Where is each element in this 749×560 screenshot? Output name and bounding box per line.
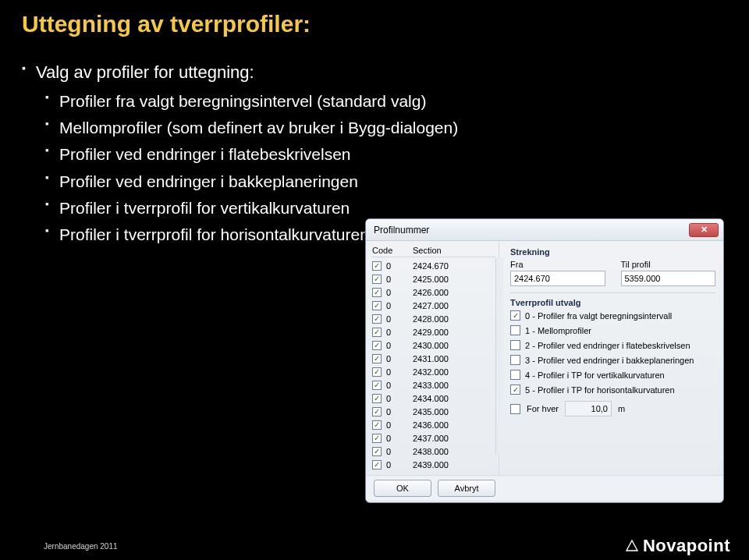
row-checkbox[interactable]: ✓	[372, 261, 382, 271]
row-checkbox[interactable]: ✓	[372, 328, 382, 337]
row-checkbox[interactable]: ✓	[372, 447, 382, 456]
option-label: 0 - Profiler fra valgt beregningsinterva…	[525, 311, 672, 321]
row-checkbox[interactable]: ✓	[372, 288, 382, 297]
option-checkbox[interactable]	[510, 370, 520, 380]
row-code: 0	[386, 328, 413, 337]
row-checkbox[interactable]: ✓	[372, 434, 382, 443]
row-code: 0	[386, 275, 413, 284]
col-code[interactable]: Code	[372, 246, 413, 255]
row-section: 2437.000	[413, 434, 495, 443]
forhver-input[interactable]	[565, 401, 612, 416]
scrollbar[interactable]	[495, 258, 503, 455]
table-row[interactable]: ✓02435.000	[372, 405, 495, 418]
profile-list-panel: Code Section ✓02424.670✓02425.000✓02426.…	[366, 241, 499, 475]
row-section: 2426.000	[413, 288, 495, 297]
table-row[interactable]: ✓02436.000	[372, 418, 495, 431]
option-checkbox[interactable]	[510, 355, 520, 365]
row-checkbox[interactable]: ✓	[372, 420, 382, 430]
option-label: 1 - Mellomprofiler	[525, 326, 591, 335]
row-section: 2429.000	[413, 328, 495, 337]
row-code: 0	[386, 381, 413, 390]
table-row[interactable]: ✓02439.000	[372, 458, 495, 471]
table-row[interactable]: ✓02433.000	[372, 378, 495, 392]
option-checkbox[interactable]: ✓	[510, 310, 520, 321]
close-icon: ✕	[701, 225, 708, 235]
row-code: 0	[386, 301, 413, 310]
table-row[interactable]: ✓02428.000	[372, 312, 495, 325]
option-checkbox[interactable]	[510, 340, 520, 350]
option-list: ✓0 - Profiler fra valgt beregningsinterv…	[510, 310, 715, 395]
row-code: 0	[386, 314, 413, 324]
col-section[interactable]: Section	[413, 246, 495, 255]
bullet-item: Profiler fra valgt beregningsintervel (s…	[45, 90, 458, 112]
option-label: 3 - Profiler ved endringer i bakkeplaner…	[525, 356, 694, 365]
table-row[interactable]: ✓02424.670	[372, 259, 495, 272]
fra-input[interactable]	[510, 271, 605, 286]
footer-note: Jernbanedagen 2011	[44, 542, 118, 551]
ok-button[interactable]: OK	[374, 480, 431, 497]
table-row[interactable]: ✓02434.000	[372, 392, 495, 405]
row-checkbox[interactable]: ✓	[372, 460, 382, 470]
row-checkbox[interactable]: ✓	[372, 394, 382, 403]
option-checkbox[interactable]	[510, 325, 520, 335]
row-code: 0	[386, 288, 413, 297]
option-item[interactable]: 3 - Profiler ved endringer i bakkeplaner…	[510, 355, 715, 365]
bullet-item: Mellomprofiler (som definert av bruker i…	[45, 117, 458, 139]
row-section: 2430.000	[413, 341, 495, 350]
table-row[interactable]: ✓02429.000	[372, 325, 495, 338]
table-row[interactable]: ✓02430.000	[372, 338, 495, 352]
slide-footer: Jernbanedagen 2011 Novapoint	[0, 532, 749, 560]
forhver-label: For hver	[527, 404, 559, 413]
table-row[interactable]: ✓02427.000	[372, 299, 495, 312]
fra-label: Fra	[510, 260, 605, 269]
dialog-title: Profilnummer	[374, 225, 429, 236]
row-checkbox[interactable]: ✓	[372, 341, 382, 350]
table-row[interactable]: ✓02425.000	[372, 272, 495, 285]
til-input[interactable]	[621, 271, 716, 286]
option-item[interactable]: 2 - Profiler ved endringer i flatebeskri…	[510, 340, 715, 350]
table-row[interactable]: ✓02437.000	[372, 431, 495, 445]
row-checkbox[interactable]: ✓	[372, 407, 382, 416]
table-row[interactable]: ✓02432.000	[372, 365, 495, 378]
row-section: 2424.670	[413, 261, 495, 271]
row-checkbox[interactable]: ✓	[372, 275, 382, 284]
cancel-button[interactable]: Avbryt	[438, 480, 495, 497]
bullet-item: Profiler ved endringer i bakkeplaneringe…	[45, 171, 458, 193]
row-section: 2431.000	[413, 354, 495, 363]
row-checkbox[interactable]: ✓	[372, 381, 382, 390]
forhver-row: For hver m	[510, 401, 715, 416]
svg-marker-0	[627, 541, 637, 551]
row-code: 0	[386, 407, 413, 416]
bullet-item: Profiler ved endringer i flatebeskrivels…	[45, 144, 458, 165]
table-row[interactable]: ✓02426.000	[372, 285, 495, 299]
row-section: 2433.000	[413, 381, 495, 390]
row-code: 0	[386, 394, 413, 403]
row-checkbox[interactable]: ✓	[372, 354, 382, 363]
row-code: 0	[386, 367, 413, 377]
brand-name: Novapoint	[643, 536, 730, 556]
close-button[interactable]: ✕	[689, 223, 719, 237]
row-section: 2434.000	[413, 394, 495, 403]
bullet-top-text: Valg av profiler for uttegning:	[36, 62, 254, 82]
row-checkbox[interactable]: ✓	[372, 301, 382, 310]
option-item[interactable]: 4 - Profiler i TP for vertikalkurvaturen	[510, 370, 715, 380]
option-checkbox[interactable]: ✓	[510, 385, 520, 395]
option-label: 4 - Profiler i TP for vertikalkurvaturen	[525, 370, 665, 380]
forhver-unit: m	[618, 404, 625, 413]
row-section: 2432.000	[413, 367, 495, 377]
option-item[interactable]: ✓5 - Profiler i TP for horisontalkurvatu…	[510, 385, 715, 395]
option-item[interactable]: 1 - Mellomprofiler	[510, 325, 715, 335]
slide-title: Uttegning av tverrprofiler:	[22, 11, 311, 37]
option-item[interactable]: ✓0 - Profiler fra valgt beregningsinterv…	[510, 310, 715, 321]
table-row[interactable]: ✓02431.000	[372, 352, 495, 365]
row-code: 0	[386, 341, 413, 350]
profile-list[interactable]: ✓02424.670✓02425.000✓02426.000✓02427.000…	[372, 259, 495, 472]
row-checkbox[interactable]: ✓	[372, 314, 382, 324]
row-checkbox[interactable]: ✓	[372, 367, 382, 377]
forhver-checkbox[interactable]	[510, 404, 520, 414]
row-section: 2425.000	[413, 275, 495, 284]
table-row[interactable]: ✓02438.000	[372, 445, 495, 458]
row-section: 2435.000	[413, 407, 495, 416]
dialog-titlebar[interactable]: Profilnummer ✕	[366, 219, 723, 241]
profilnummer-dialog: Profilnummer ✕ Code Section ✓02424.670✓0…	[365, 218, 724, 503]
